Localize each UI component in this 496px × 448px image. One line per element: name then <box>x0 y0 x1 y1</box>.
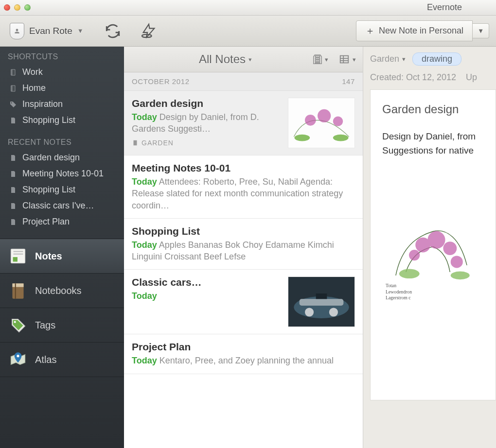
sidebar-item-label: Project Plan <box>22 217 70 227</box>
new-note-button[interactable]: ＋ New Note in Personal <box>356 20 473 41</box>
note-sketch-image: Totan Lewodendron Lagerstrom c <box>382 166 484 351</box>
note-row-thumbnail <box>288 276 355 327</box>
note-tag-chip[interactable]: drawing <box>412 52 461 66</box>
svg-point-24 <box>305 308 314 317</box>
chevron-down-icon: ▼ <box>77 27 84 34</box>
sidebar-source-atlas[interactable]: Atlas <box>0 343 124 377</box>
sidebar-source-tags[interactable]: Tags <box>0 308 124 343</box>
sidebar-shortcut-item[interactable]: Home <box>0 80 124 96</box>
svg-text:Lagerstrom c: Lagerstrom c <box>386 295 411 300</box>
note-list-row[interactable]: Classic cars…Today <box>124 270 363 334</box>
note-scope-label: All Notes <box>199 52 246 66</box>
svg-point-10 <box>17 355 19 357</box>
sidebar-item-label: Shopping List <box>22 115 75 125</box>
sidebar-item-label: Inspiration <box>22 99 63 109</box>
group-date-label: OCTOBER 2012 <box>132 77 190 86</box>
note-icon <box>9 154 18 162</box>
account-shield-icon <box>10 23 24 39</box>
note-row-date: Today <box>132 240 157 250</box>
sidebar-item-label: Classic cars I've… <box>22 201 94 211</box>
note-list-row[interactable]: Meeting Notes 10-01Today Attendees: Robe… <box>124 155 363 219</box>
note-row-snippet: Today Kentaro, Pree, and Zoey planning t… <box>132 355 355 366</box>
activity-button[interactable] <box>139 21 159 41</box>
note-body-text: Design by Daniel, fromSuggestions for na… <box>382 130 484 157</box>
window-controls <box>4 4 31 11</box>
svg-point-16 <box>305 115 316 126</box>
sidebar-shortcut-item[interactable]: Inspiration <box>0 96 124 112</box>
new-note-label: New Note in Personal <box>379 26 463 36</box>
tag-icon <box>9 100 18 109</box>
sidebar-recent-item[interactable]: Project Plan <box>0 214 124 230</box>
window-titlebar: Evernote <box>0 0 496 16</box>
account-name: Evan Rote <box>29 26 72 36</box>
sidebar-shortcut-item[interactable]: Work <box>0 64 124 80</box>
account-menu-button[interactable]: Evan Rote ▼ <box>7 21 87 41</box>
note-row-snippet: Today Apples Bananas Bok Choy Edamame Ki… <box>132 239 355 263</box>
note-row-date: Today <box>132 291 157 301</box>
note-row-tag: GARDEN <box>132 139 174 147</box>
zoom-window-button[interactable] <box>24 4 31 11</box>
note-icon <box>9 186 18 194</box>
close-window-button[interactable] <box>4 4 10 11</box>
svg-text:Totan: Totan <box>386 283 396 288</box>
sidebar-item-label: Garden design <box>22 153 80 163</box>
svg-point-9 <box>14 321 16 323</box>
notebook-name: Garden <box>370 54 399 64</box>
svg-point-1 <box>11 102 12 103</box>
note-row-date: Today <box>132 356 157 365</box>
main-toolbar: Evan Rote ▼ ＋ New Note in Personal ▼ <box>0 16 496 47</box>
sidebar-recent-item[interactable]: Shopping List <box>0 182 124 198</box>
sidebar-source-notes[interactable]: Notes <box>0 239 124 274</box>
notes-icon <box>8 246 28 266</box>
sidebar-source-notebooks[interactable]: Notebooks <box>0 274 124 308</box>
note-scope-selector[interactable]: All Notes ▾ <box>199 52 252 66</box>
sidebar-item-label: Shopping List <box>22 185 75 195</box>
plus-icon: ＋ <box>365 24 375 37</box>
svg-point-25 <box>329 308 338 317</box>
note-row-date: Today <box>132 112 157 122</box>
svg-point-19 <box>294 135 310 141</box>
note-icon <box>9 202 18 210</box>
sidebar-recent-item[interactable]: Meeting Notes 10-01 <box>0 166 124 182</box>
note-list-group-header: OCTOBER 2012 147 <box>124 72 363 91</box>
note-row-thumbnail <box>288 98 355 148</box>
svg-rect-11 <box>340 56 349 63</box>
minimize-window-button[interactable] <box>14 4 20 11</box>
svg-point-28 <box>427 231 445 249</box>
chevron-down-icon: ▼ <box>478 27 484 34</box>
note-detail-pane: Garden ▾ drawing Created: Oct 12, 2012 U… <box>363 47 496 448</box>
note-row-title: Project Plan <box>132 341 355 353</box>
svg-rect-23 <box>300 299 344 306</box>
sidebar-recent-item[interactable]: Classic cars I've… <box>0 198 124 214</box>
view-mode-button[interactable]: ▾ <box>338 54 356 65</box>
tag-label: drawing <box>422 54 452 64</box>
note-row-title: Classic cars… <box>132 276 282 288</box>
note-list-row[interactable]: Project PlanToday Kentaro, Pree, and Zoe… <box>124 334 363 374</box>
note-editor[interactable]: Garden design Design by Daniel, fromSugg… <box>370 89 496 400</box>
notebooks-icon <box>8 280 28 301</box>
note-icon <box>9 218 18 226</box>
sort-button[interactable]: ▾ <box>312 53 328 66</box>
tags-icon <box>8 315 28 335</box>
sidebar-recent-item[interactable]: Garden design <box>0 150 124 166</box>
sidebar-item-label: Meeting Notes 10-01 <box>22 169 104 179</box>
new-note-menu-button[interactable]: ▼ <box>473 23 489 38</box>
sidebar-source-label: Notes <box>35 251 62 262</box>
chevron-down-icon: ▾ <box>402 55 406 63</box>
note-row-title: Shopping List <box>132 225 355 237</box>
note-row-title: Garden design <box>132 98 282 109</box>
notebook-selector[interactable]: Garden ▾ <box>370 54 406 64</box>
svg-point-29 <box>443 241 457 255</box>
note-row-snippet: Today Design by Daniel, from D. Gardens … <box>132 111 282 135</box>
svg-point-18 <box>333 116 343 126</box>
sync-button[interactable] <box>103 21 123 41</box>
sidebar-section-shortcuts: SHORTCUTS <box>0 47 124 64</box>
note-list-row[interactable]: Garden designToday Design by Daniel, fro… <box>124 91 363 155</box>
note-list-row[interactable]: Shopping ListToday Apples Bananas Bok Ch… <box>124 219 363 270</box>
note-list-pane: All Notes ▾ ▾ ▾ OCTOBER 2012 147 Garden … <box>124 47 363 448</box>
sidebar-source-label: Atlas <box>35 354 56 365</box>
group-count: 147 <box>342 77 355 86</box>
sidebar-shortcut-item[interactable]: Shopping List <box>0 112 124 128</box>
svg-point-30 <box>409 250 420 260</box>
updated-date: Up <box>466 72 477 83</box>
